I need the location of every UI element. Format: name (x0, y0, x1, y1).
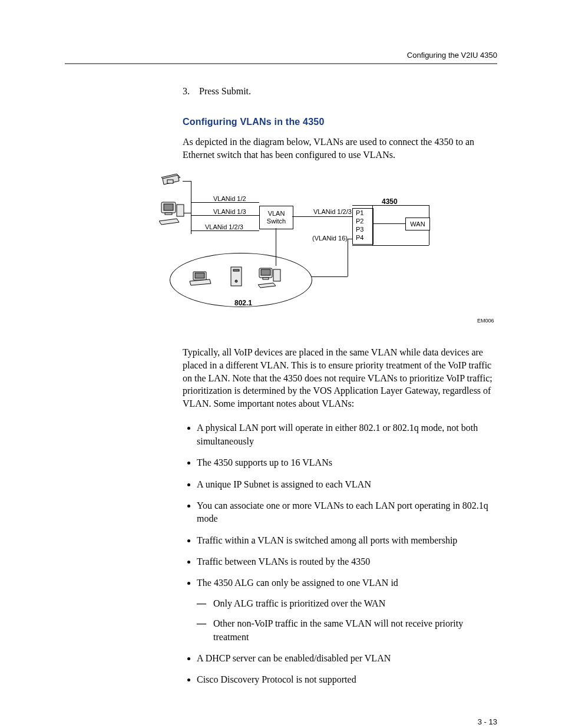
svg-rect-0 (167, 180, 173, 183)
bullet-list: A physical LAN port will operate in eith… (187, 421, 497, 686)
laptop-icon (189, 271, 212, 288)
header-rule (65, 63, 497, 64)
vlan-diagram: VLANid 1/2 VLANid 1/3 VLANid 1/2/3 VLAN … (159, 173, 495, 332)
bullet-6: Traffic between VLANs is routed by the 4… (197, 555, 497, 568)
bullet-7-text: The 4350 ALG can only be assigned to one… (197, 578, 398, 588)
svg-rect-4 (177, 205, 184, 216)
label-vlan123-left: VLANid 1/2/3 (205, 223, 243, 230)
page-number: 3 - 13 (65, 717, 497, 726)
label-vlan13: VLANid 1/3 (213, 208, 246, 215)
bullet-7: The 4350 ALG can only be assigned to one… (197, 577, 497, 644)
label-vlan16: (VLANid 16) (312, 235, 348, 242)
figure-code: EM006 (477, 318, 494, 324)
desktop-icon (258, 267, 284, 291)
wan-label: WAN (406, 220, 429, 228)
label-4350: 4350 (382, 197, 398, 206)
bullet-3: A unique IP Subnet is assigned to each V… (197, 478, 497, 491)
ip-phone-icon (159, 173, 183, 190)
step-list: 3. Press Submit. (183, 84, 497, 98)
label-vlan12: VLANid 1/2 (213, 195, 246, 202)
svg-rect-3 (165, 213, 172, 215)
intro-paragraph: As depicted in the diagram below, VLANs … (183, 136, 497, 161)
sub-list: Only ALG traffic is prioritized over the… (197, 597, 497, 644)
svg-rect-2 (164, 204, 173, 210)
svg-point-9 (235, 280, 237, 282)
label-8021: 802.1 (234, 299, 252, 307)
section-title: Configuring VLANs in the 4350 (183, 117, 497, 127)
svg-rect-12 (263, 278, 269, 279)
svg-rect-11 (261, 269, 270, 275)
vlan-switch-l2: Switch (260, 218, 293, 225)
bullet-9: Cisco Discovery Protocol is not supporte… (197, 673, 497, 686)
running-head: Configuring the V2IU 4350 (65, 51, 497, 60)
sub-2: Other non-VoIP traffic in the same VLAN … (213, 617, 497, 644)
label-vlan123-mid: VLANid 1/2/3 (313, 208, 352, 215)
bullet-5: Traffic within a VLAN is switched among … (197, 534, 497, 547)
step-3: 3. Press Submit. (183, 84, 497, 98)
wan-box: WAN (405, 218, 430, 230)
svg-rect-6 (195, 273, 204, 278)
server-icon (229, 266, 245, 289)
step-number: 3. (183, 84, 199, 98)
bullet-2: The 4350 supports up to 16 VLANs (197, 456, 497, 469)
svg-rect-13 (273, 269, 280, 281)
vlan-switch-l1: VLAN (260, 210, 293, 218)
desktop-pc-icon (159, 201, 186, 227)
bullet-8: A DHCP server can be enabled/disabled pe… (197, 652, 497, 665)
vlan-switch-box: VLAN Switch (259, 206, 293, 229)
step-text: Press Submit. (199, 84, 251, 98)
svg-rect-8 (233, 269, 239, 271)
bullet-1: A physical LAN port will operate in eith… (197, 421, 497, 448)
para-typically: Typically, all VoIP devices are placed i… (183, 346, 497, 410)
bullet-4: You can associate one or more VLANs to e… (197, 499, 497, 526)
sub-1: Only ALG traffic is prioritized over the… (213, 597, 497, 610)
